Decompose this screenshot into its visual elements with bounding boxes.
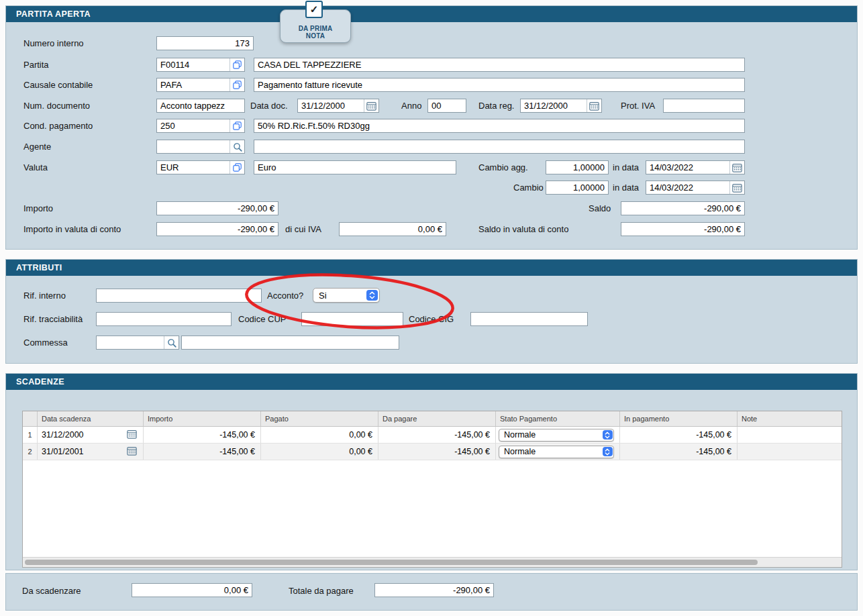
cell-pagato[interactable]: 0,00 € <box>261 444 378 460</box>
causale-reference-button[interactable] <box>230 79 244 91</box>
cell-pagato[interactable]: 0,00 € <box>261 427 378 443</box>
data-reg-field[interactable]: 31/12/2000 <box>520 99 602 113</box>
agente-code-field[interactable] <box>156 140 245 154</box>
stepper-icon <box>366 290 378 301</box>
cell-da-pagare[interactable]: -145,00 € <box>378 427 496 443</box>
column-header-note[interactable]: Note <box>738 411 842 426</box>
data-reg-calendar-button[interactable] <box>587 99 601 112</box>
num-documento-field[interactable]: Acconto tappezz <box>156 99 245 113</box>
calendar-icon <box>366 101 376 111</box>
valuta-description-field[interactable]: Euro <box>254 160 456 174</box>
agente-code-value[interactable] <box>157 140 230 153</box>
horizontal-scrollbar[interactable] <box>23 557 842 567</box>
partita-reference-button[interactable] <box>230 58 244 71</box>
column-header-data-scadenza[interactable]: Data scadenza <box>38 411 144 426</box>
cond-pagamento-code-field[interactable]: 250 <box>156 119 245 133</box>
valuta-code-value[interactable]: EUR <box>157 161 230 174</box>
importo-field[interactable]: -290,00 € <box>156 201 278 215</box>
row-calendar-button[interactable] <box>127 429 137 441</box>
calendar-icon <box>589 101 599 111</box>
anno-field[interactable]: 00 <box>427 99 466 113</box>
reference-icon <box>233 81 242 89</box>
cell-note[interactable] <box>738 427 842 443</box>
column-header-importo[interactable]: Importo <box>144 411 261 426</box>
numero-interno-field[interactable]: 173 <box>156 36 254 50</box>
valuta-code-field[interactable]: EUR <box>156 160 245 174</box>
up-down-chevrons-icon <box>605 448 610 456</box>
da-prima-nota-checkbox[interactable]: ✓ <box>305 1 323 18</box>
cambio-in-data-label: in data <box>613 183 639 193</box>
partita-label: Partita <box>23 60 49 70</box>
agente-description-field[interactable] <box>254 140 745 154</box>
causale-description-field[interactable]: Pagamento fatture ricevute <box>254 78 745 92</box>
di-cui-iva-field[interactable]: 0,00 € <box>339 222 446 236</box>
data-doc-value[interactable]: 31/12/2000 <box>298 99 364 112</box>
cell-data-scadenza[interactable]: 31/12/2000 <box>38 427 144 443</box>
commessa-code-field[interactable] <box>96 336 179 350</box>
cambio-field[interactable]: 1,00000 <box>546 181 609 195</box>
commessa-search-button[interactable] <box>164 336 179 349</box>
data-scadenza-value[interactable]: 31/12/2000 <box>42 430 84 440</box>
cell-in-pagamento[interactable]: -145,00 € <box>620 427 738 443</box>
reference-icon <box>233 121 242 130</box>
column-header-da-pagare[interactable]: Da pagare <box>378 411 496 426</box>
cambio-agg-calendar-button[interactable] <box>729 161 744 174</box>
column-header-pagato[interactable]: Pagato <box>261 411 378 426</box>
data-reg-value[interactable]: 31/12/2000 <box>521 99 587 112</box>
data-scadenza-value[interactable]: 31/01/2001 <box>42 447 84 456</box>
importo-valuta-conto-field[interactable]: -290,00 € <box>156 222 278 236</box>
cond-pagamento-reference-button[interactable] <box>230 119 244 132</box>
causale-code-field[interactable]: PAFA <box>156 78 245 92</box>
anno-label: Anno <box>401 101 421 111</box>
num-documento-label: Num. documento <box>23 101 90 111</box>
acconto-select[interactable]: Si <box>313 288 380 303</box>
da-scadenzare-field[interactable]: 0,00 € <box>132 583 252 597</box>
saldo-field[interactable]: -290,00 € <box>621 201 745 215</box>
codice-cup-field[interactable] <box>301 312 403 326</box>
section-title-attributi: ATTRIBUTI <box>16 263 62 272</box>
totale-da-pagare-field[interactable]: -290,00 € <box>374 583 494 597</box>
stato-pagamento-select[interactable]: Normale <box>499 429 614 442</box>
cond-pagamento-description-field[interactable]: 50% RD.Ric.Ft.50% RD30gg <box>254 119 745 133</box>
cell-data-scadenza[interactable]: 31/01/2001 <box>38 444 144 460</box>
rif-tracciabilita-field[interactable] <box>96 312 232 326</box>
row-calendar-button[interactable] <box>127 446 137 458</box>
stato-pagamento-select[interactable]: Normale <box>499 446 614 458</box>
cell-note[interactable] <box>738 444 842 460</box>
column-header-stato-pagamento[interactable]: Stato Pagamento <box>496 411 620 426</box>
data-doc-field[interactable]: 31/12/2000 <box>297 99 379 113</box>
table-header-row: Data scadenza Importo Pagato Da pagare S… <box>23 411 842 427</box>
saldo-valuta-conto-field[interactable]: -290,00 € <box>621 222 745 236</box>
cond-pagamento-code-value[interactable]: 250 <box>157 119 230 132</box>
cell-importo[interactable]: -145,00 € <box>144 444 261 460</box>
prot-iva-label: Prot. IVA <box>621 101 655 111</box>
badge-label-line2: NOTA <box>281 32 350 40</box>
search-icon <box>233 142 242 152</box>
commessa-description-field[interactable] <box>181 336 399 350</box>
valuta-reference-button[interactable] <box>230 161 244 174</box>
commessa-code-value[interactable] <box>97 336 164 349</box>
badge-label-line1: DA PRIMA <box>281 25 350 32</box>
column-header-in-pagamento[interactable]: In pagamento <box>620 411 738 426</box>
cambio-calendar-button[interactable] <box>729 181 744 194</box>
cambio-agg-date-field[interactable]: 14/03/2022 <box>646 160 745 174</box>
partita-description-field[interactable]: CASA DEL TAPPEZZIERE <box>254 58 745 72</box>
cambio-date-field[interactable]: 14/03/2022 <box>646 181 745 195</box>
rif-interno-field[interactable] <box>96 289 262 303</box>
causale-code-value[interactable]: PAFA <box>157 79 230 91</box>
column-header-rownum[interactable] <box>23 411 38 426</box>
partita-code-field[interactable]: F00114 <box>156 58 245 72</box>
scrollbar-thumb[interactable] <box>25 560 758 565</box>
cell-in-pagamento[interactable]: -145,00 € <box>620 444 738 460</box>
cell-importo[interactable]: -145,00 € <box>144 427 261 443</box>
prot-iva-field[interactable] <box>663 99 745 113</box>
codice-cig-field[interactable] <box>470 312 588 326</box>
agente-search-button[interactable] <box>230 140 244 153</box>
row-number: 1 <box>23 427 38 443</box>
cambio-agg-date-value[interactable]: 14/03/2022 <box>646 161 729 174</box>
cambio-date-value[interactable]: 14/03/2022 <box>646 181 729 194</box>
cambio-agg-field[interactable]: 1,00000 <box>546 160 609 174</box>
data-doc-calendar-button[interactable] <box>364 99 378 112</box>
cell-da-pagare[interactable]: -145,00 € <box>378 444 496 460</box>
partita-code-value[interactable]: F00114 <box>157 58 230 71</box>
